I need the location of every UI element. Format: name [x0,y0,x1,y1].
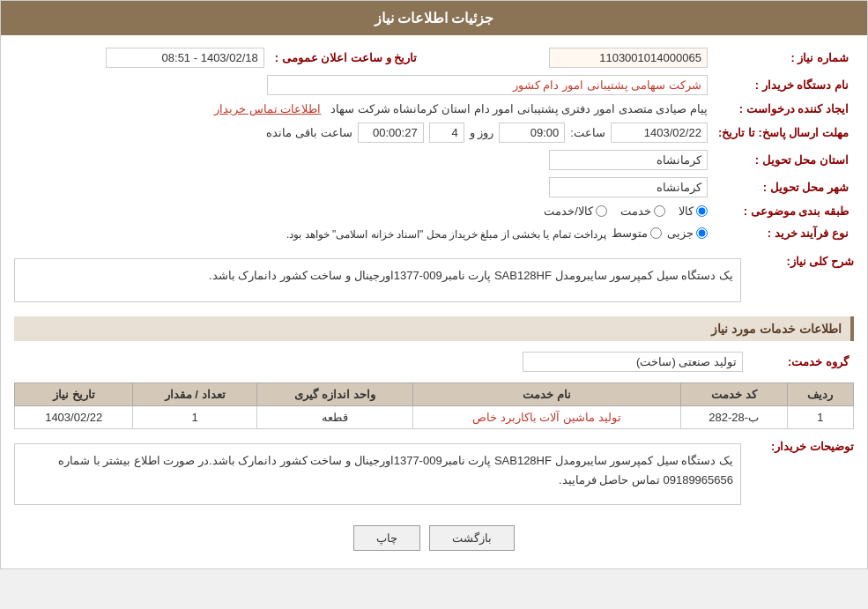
buyer-name-value: شرکت سهامی پشتیبانی امور دام کشور [267,75,708,95]
category-khedmat-radio[interactable] [654,205,665,217]
buyer-name-label: نام دستگاه خریدار : [713,71,854,99]
purchase-note: پرداخت تمام یا بخشی از مبلغ خریداز محل "… [286,228,606,241]
time-label: ساعت: [570,126,605,139]
deadline-time: 09:00 [499,123,565,143]
category-khedmat-option[interactable]: خدمت [620,204,665,218]
deadline-date: 1403/02/22 [611,123,708,143]
city-value: کرمانشاه [549,177,708,197]
table-row: 1ب-28-282تولید ماشین آلات باکاربرد خاصقط… [15,406,854,429]
province-value: کرمانشاه [549,150,708,170]
group-label: گروه خدمت: [748,348,854,375]
need-number-value: 1103001014000065 [549,48,708,68]
col-name: نام خدمت [413,383,681,406]
col-row: ردیف [787,383,853,406]
created-by-label: ایجاد کننده درخواست : [713,99,854,119]
buyer-desc-value: یک دستگاه سیل کمپرسور سایبرومدل SAB128HF… [14,443,741,505]
purchase-motavaset-radio[interactable] [650,227,662,239]
need-desc-value: یک دستگاه سیل کمپرسور سایبرومدل SAB128HF… [14,258,741,302]
need-number-label: شماره نیاز : [713,44,854,71]
province-label: استان محل تحویل : [713,146,854,174]
category-kala-radio[interactable] [696,205,708,217]
category-label: طبقه بندی موضوعی : [713,201,854,221]
category-kala-khedmat-radio[interactable] [596,205,607,217]
announce-value: 1403/02/18 - 08:51 [106,48,264,68]
back-button[interactable]: بازگشت [429,525,515,551]
need-desc-label: شرح کلی نیاز: [748,251,854,268]
purchase-motavaset-option[interactable]: متوسط [612,227,662,240]
days-value: 4 [429,123,464,143]
purchase-jozi-radio[interactable] [696,227,708,239]
purchase-type-label: نوع فرآیند خرید : [713,221,854,244]
col-date: تاریخ نیاز [15,383,133,406]
service-table: ردیف کد خدمت نام خدمت واحد اندازه گیری ت… [14,382,854,429]
created-by-value: پیام صیادی متصدی امور دفتری پشتیبانی امو… [330,102,708,115]
page-title: جزئیات اطلاعات نیاز [1,1,867,35]
col-code: کد خدمت [680,383,787,406]
col-unit: واحد اندازه گیری [256,383,412,406]
response-deadline-label: مهلت ارسال پاسخ: تا تاریخ: [713,119,854,146]
remaining-label: ساعت باقی مانده [266,126,352,139]
contact-info-link[interactable]: اطلاعات تماس خریدار [214,102,321,115]
category-kala-khedmat-option[interactable]: کالا/خدمت [544,204,607,218]
category-kala-option[interactable]: کالا [679,204,708,218]
buyer-desc-label: توضیحات خریدار: [748,436,854,453]
announce-label: تاریخ و ساعت اعلان عمومی : [270,44,422,71]
purchase-jozi-option[interactable]: جزیی [667,227,708,240]
days-label: روز و [470,126,494,139]
col-qty: تعداد / مقدار [133,383,257,406]
city-label: شهر محل تحویل : [713,174,854,201]
group-value: تولید صنعتی (ساخت) [523,352,743,372]
print-button[interactable]: چاپ [353,525,420,551]
remaining-value: 00:00:27 [358,123,424,143]
service-info-title: اطلاعات خدمات مورد نیاز [14,316,854,341]
